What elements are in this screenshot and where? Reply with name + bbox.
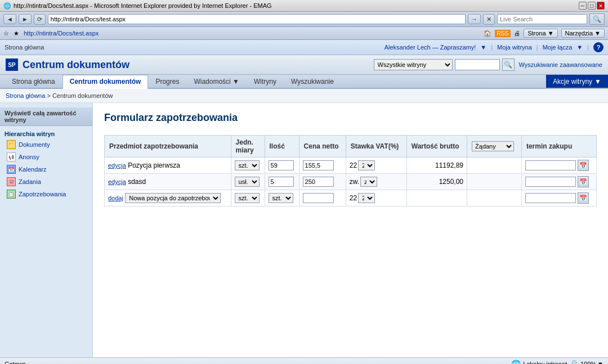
search-scope-select[interactable]: Wszystkie witryny bbox=[374, 59, 453, 70]
add-row-calendar-button[interactable]: 📅 bbox=[578, 192, 589, 204]
add-row-jedn1-select[interactable]: szt. usł. bbox=[235, 193, 260, 203]
tab-progres[interactable]: Progres bbox=[148, 75, 186, 88]
page-button[interactable]: Strona ▼ bbox=[524, 29, 557, 38]
col-przedmiot: Przedmiot zapotrzebowania bbox=[105, 136, 231, 158]
row2-vat-value: zw. bbox=[350, 178, 359, 186]
sidebar-show-all[interactable]: Wyświetl całą zawartość witryny bbox=[0, 107, 92, 126]
sidebar-item-zapotrzebowania[interactable]: 📋 Zapotrzebowania bbox=[0, 188, 92, 200]
add-row-termin-input[interactable] bbox=[525, 193, 576, 203]
forward-button[interactable]: ► bbox=[19, 14, 32, 24]
anonsy-icon: 📢 bbox=[7, 152, 16, 161]
add-row-cena-input[interactable] bbox=[303, 193, 334, 203]
close-button[interactable]: ✕ bbox=[597, 2, 605, 10]
col-ilosc: Ilość bbox=[265, 136, 299, 158]
row2-jedn-miary-cell: usł. szt. kg bbox=[231, 174, 265, 190]
sp-search-input[interactable] bbox=[455, 59, 500, 70]
star-icon[interactable]: ☆ bbox=[3, 30, 9, 37]
sp-site-title: Centrum dokumentów bbox=[23, 59, 129, 71]
sp-search-button[interactable]: 🔍 bbox=[502, 59, 515, 71]
row1-vat-select[interactable]: 22 7 0 zw. bbox=[358, 160, 375, 170]
breadcrumb-separator: > bbox=[47, 92, 52, 99]
tools-button[interactable]: Narzędzia ▼ bbox=[561, 29, 605, 38]
col-zadany: Żądany bbox=[467, 136, 522, 158]
tab-strona-glowna[interactable]: Strona główna bbox=[5, 75, 62, 88]
advanced-search-link[interactable]: Wyszukiwanie zaawansowane bbox=[519, 61, 602, 68]
col-stawka-vat: Stawka VAT(%) bbox=[346, 136, 406, 158]
help-button[interactable]: ? bbox=[593, 42, 603, 52]
zoom-icon: 🔍 bbox=[571, 360, 579, 364]
add-link[interactable]: dodaj bbox=[108, 195, 123, 201]
live-search-button[interactable]: 🔍 bbox=[589, 14, 605, 25]
sidebar-item-anonsy[interactable]: 📢 Anonsy bbox=[0, 151, 92, 163]
refresh-button[interactable]: ⟳ bbox=[34, 14, 46, 25]
row1-calendar-button[interactable]: 📅 bbox=[578, 160, 589, 171]
back-button[interactable]: ◄ bbox=[3, 14, 16, 24]
row2-vat-select[interactable]: 22 7 0 zw. bbox=[360, 177, 377, 187]
breadcrumb-current: Centrum dokumentów bbox=[52, 92, 113, 99]
status-text: Gotowe bbox=[5, 361, 26, 365]
row2-edit-link[interactable]: edycja bbox=[108, 178, 126, 185]
akcje-witryny-button[interactable]: Akcje witryny ▼ bbox=[546, 75, 608, 88]
sp-sidebar: Wyświetl całą zawartość witryny Hierarch… bbox=[0, 103, 93, 357]
row2-name-cell: edycja sdasd bbox=[105, 174, 231, 190]
my-links-link[interactable]: Moje łącza bbox=[543, 44, 573, 51]
user-dropdown-icon[interactable]: ▼ bbox=[480, 44, 486, 51]
url-input[interactable] bbox=[48, 14, 466, 24]
add-row-vat-select[interactable]: 22 7 0 zw. bbox=[358, 193, 375, 203]
rss-icon[interactable]: RSS bbox=[495, 30, 511, 37]
row2-termin-cell: 📅 bbox=[521, 174, 596, 190]
my-site-link[interactable]: Moja witryna bbox=[497, 44, 532, 51]
sidebar-item-kalendarz[interactable]: 📅 Kalendarz bbox=[0, 163, 92, 176]
row1-jedn-miary-select[interactable]: szt. usł. kg bbox=[235, 160, 260, 170]
sp-home-link[interactable]: Strona główna bbox=[5, 44, 44, 51]
my-links-dropdown-icon[interactable]: ▼ bbox=[576, 44, 583, 51]
sidebar-item-zadania[interactable]: ☑ Zadania bbox=[0, 176, 92, 188]
minimize-button[interactable]: ─ bbox=[579, 2, 587, 10]
go-button[interactable]: → bbox=[468, 14, 481, 24]
add-row-brutto-cell bbox=[406, 190, 467, 206]
row2-calendar-button[interactable]: 📅 bbox=[578, 176, 589, 187]
row2-cena-netto-input[interactable] bbox=[303, 177, 334, 187]
breadcrumb-home[interactable]: Strona główna bbox=[6, 92, 45, 99]
bookmarks-right: 🏠 RSS 🖨 Strona ▼ Narzędzia ▼ bbox=[484, 29, 605, 38]
add-row-ilosc-select[interactable]: szt. usł. bbox=[269, 193, 293, 203]
address-bar: ◄ ► ⟳ → ✕ 🔍 bbox=[0, 12, 608, 27]
zoom-level: 100% bbox=[580, 361, 596, 365]
row1-ilosc-input[interactable] bbox=[269, 160, 294, 170]
row2-ilosc-input[interactable] bbox=[269, 177, 294, 187]
zadany-select[interactable]: Żądany bbox=[472, 141, 514, 151]
bookmark-link[interactable]: http://ntintra/Docs/test.aspx bbox=[24, 30, 99, 37]
row1-jedn-miary-cell: szt. usł. kg bbox=[231, 158, 265, 174]
print-icon[interactable]: 🖨 bbox=[514, 30, 520, 37]
browser-icon: 🌐 bbox=[3, 2, 11, 10]
add-row-name-cell: dodaj Nowa pozycja do zapotrzebowania bbox=[105, 190, 231, 206]
live-search-input[interactable] bbox=[497, 14, 587, 24]
stop-button[interactable]: ✕ bbox=[483, 14, 495, 25]
sidebar-item-label: Zadania bbox=[19, 178, 41, 185]
tab-witryny[interactable]: Witryny bbox=[247, 75, 284, 88]
maximize-button[interactable]: □ bbox=[588, 2, 596, 10]
zoom-dropdown-button[interactable]: ▼ bbox=[597, 361, 603, 365]
home-icon[interactable]: 🏠 bbox=[484, 30, 491, 37]
row2-termin-input[interactable] bbox=[525, 177, 576, 187]
status-bar: Gotowe 🌐 Lokalny intranet 🔍 100% ▼ bbox=[0, 357, 608, 364]
add-row-cena-cell bbox=[299, 190, 346, 206]
sidebar-item-label: Anonsy bbox=[19, 154, 39, 160]
new-item-select[interactable]: Nowa pozycja do zapotrzebowania bbox=[125, 193, 221, 203]
row1-termin-input[interactable] bbox=[525, 160, 576, 170]
tab-centrum-dokumentow[interactable]: Centrum dokumentów bbox=[62, 75, 149, 89]
row1-edit-link[interactable]: edycja bbox=[108, 162, 126, 169]
row1-name: Pozycja pierwsza bbox=[128, 161, 180, 169]
sidebar-content: Hierarchia witryn 📁 Dokumenty 📢 Anonsy 📅… bbox=[0, 126, 92, 203]
add-row-jedn1-cell: szt. usł. bbox=[231, 190, 265, 206]
row1-vat-value: 22 bbox=[350, 161, 357, 169]
row1-cena-netto-input[interactable] bbox=[303, 160, 334, 170]
bookmark-icon-2[interactable]: ★ bbox=[14, 30, 19, 37]
sp-main: Wyświetl całą zawartość witryny Hierarch… bbox=[0, 103, 608, 357]
tab-wiadomosci[interactable]: Wiadomości ▼ bbox=[186, 75, 247, 88]
tab-wyszukiwanie[interactable]: Wyszukiwanie bbox=[284, 75, 341, 88]
window-controls[interactable]: ─ □ ✕ bbox=[579, 2, 605, 10]
sp-header: SP Centrum dokumentów Wszystkie witryny … bbox=[0, 55, 608, 75]
sidebar-item-dokumenty[interactable]: 📁 Dokumenty bbox=[0, 138, 92, 151]
row2-jedn-miary-select[interactable]: usł. szt. kg bbox=[235, 177, 260, 187]
